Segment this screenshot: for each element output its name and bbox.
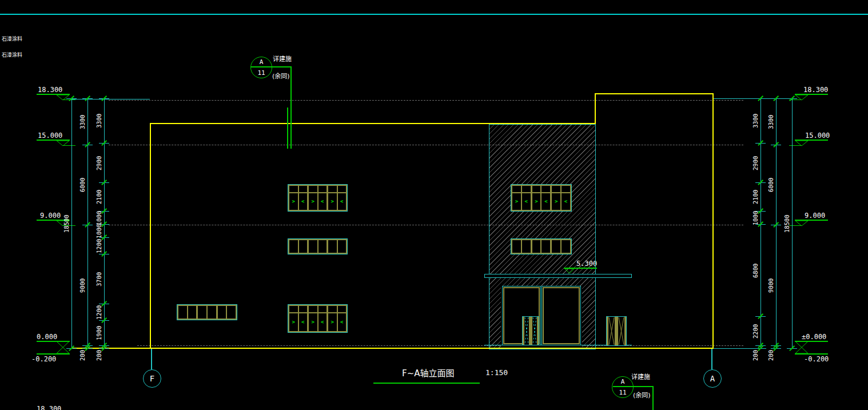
storefront-frame	[543, 287, 580, 344]
window-pane	[289, 186, 298, 192]
window-pane	[218, 306, 226, 319]
ground-line	[71, 348, 714, 349]
window-pane	[198, 306, 206, 319]
elevation-text: 9.000	[805, 212, 825, 220]
window-pane	[309, 240, 317, 253]
tower-right-wall	[712, 93, 714, 348]
window-pane: >	[328, 313, 337, 331]
window-pane	[562, 186, 570, 192]
elevation-text: ±0.000	[802, 333, 826, 341]
dimension-label: 3300	[767, 106, 775, 138]
window-pane	[552, 240, 560, 253]
window-pane: <	[299, 193, 308, 210]
tower-top-line	[595, 93, 714, 94]
building-left-wall	[150, 123, 151, 348]
window-fixed	[288, 238, 348, 254]
dimension-label: 1900	[95, 317, 103, 349]
window-pane: <	[562, 193, 570, 210]
window-pane	[541, 186, 550, 192]
window-pane-row	[289, 306, 346, 312]
callout-number: 11	[251, 69, 272, 77]
door-leaf	[616, 317, 626, 345]
elevation-text: 15.000	[38, 132, 62, 140]
window-pane: <	[318, 313, 327, 331]
window-pane	[318, 186, 327, 192]
axis-bubble-f: F	[143, 369, 161, 388]
elevation-text: -0.200	[804, 355, 829, 363]
floor-level-line	[109, 145, 743, 145]
callout-top-divider-leader	[251, 66, 292, 67]
dimension-label: 1000	[751, 202, 759, 234]
elevation-bowtie-icon	[795, 341, 809, 354]
dimension-line-right-total	[792, 98, 793, 348]
elevation-tip-line	[789, 225, 802, 226]
casement-open-right-icon: >	[312, 199, 314, 204]
elevation-line	[37, 353, 70, 355]
window-casement: ><><><	[288, 184, 348, 212]
dimension-label: 18500	[62, 208, 70, 240]
casement-open-right-icon: >	[331, 320, 334, 325]
callout-bottom-note-1: 详建施	[631, 372, 650, 381]
dimension-label: 1200	[95, 230, 103, 262]
window-pane	[532, 240, 541, 253]
window-pane	[328, 186, 337, 192]
entrance-double-door	[522, 316, 539, 345]
callout-bottom-vertical-leader	[652, 386, 654, 410]
dimension-label: 2900	[751, 147, 759, 179]
window-pane-row: ><><><	[289, 313, 346, 331]
title-underline	[373, 383, 480, 384]
elevation-tip-line	[63, 145, 75, 146]
casement-open-left-icon: <	[301, 199, 304, 204]
window-pane-row	[289, 186, 346, 192]
dimension-line-left-total	[71, 98, 72, 348]
window-pane	[562, 240, 570, 253]
window-pane: <	[318, 193, 327, 210]
window-pane: >	[552, 193, 560, 210]
casement-open-right-icon: >	[312, 320, 314, 325]
window-pane	[328, 306, 337, 312]
casement-open-right-icon: >	[331, 199, 334, 204]
window-pane	[188, 306, 197, 319]
callout-top-note-2: (余同)	[272, 71, 290, 80]
axis-letter-a: A	[710, 374, 715, 383]
callout-leader-vertical-1	[290, 67, 292, 149]
window-pane	[299, 306, 308, 312]
dimension-label: 9000	[78, 269, 86, 301]
dimension-label: 6800	[751, 254, 759, 286]
window-pane	[289, 240, 298, 253]
window-pane	[338, 186, 347, 192]
dimension-label: 200	[78, 347, 86, 364]
casement-open-right-icon: >	[292, 320, 295, 325]
window-pane	[318, 306, 327, 312]
casement-open-right-icon: >	[292, 199, 295, 204]
axis-leader-a	[711, 349, 712, 369]
storefront-panel	[541, 286, 581, 345]
window-pane: <	[338, 193, 347, 210]
window-pane	[338, 306, 347, 312]
drawing-scale: 1:150	[485, 368, 508, 377]
window-pane: >	[289, 193, 298, 210]
callout-top-note-1: 详建施	[273, 54, 292, 63]
material-label-2: 石漆涂料	[2, 51, 22, 58]
window-casement: ><><><	[288, 304, 348, 333]
casement-open-right-icon: >	[515, 199, 518, 204]
callout-bottom-note-2: (余同)	[633, 390, 651, 399]
window-pane	[299, 240, 308, 253]
axis-leader-f	[151, 349, 152, 369]
window-pane-row: ><><><	[512, 193, 570, 210]
window-pane	[309, 306, 317, 312]
cad-drawing-canvas[interactable]: 石漆涂料 石漆涂料 A 11 详建施 (余同) A 11 详建施 (余同) F …	[0, 0, 868, 410]
building-roof-line	[150, 123, 595, 124]
window-pane: >	[289, 313, 298, 331]
floor-level-line	[109, 100, 743, 101]
casement-open-left-icon: <	[564, 199, 567, 204]
door-leaf	[523, 317, 531, 345]
dimension-label: 6000	[78, 169, 86, 201]
window-fixed	[177, 304, 237, 320]
window-pane	[227, 306, 236, 319]
window-pane	[512, 186, 521, 192]
window-pane: <	[541, 193, 550, 210]
casement-open-left-icon: <	[340, 199, 343, 204]
dimension-label: 3300	[95, 105, 103, 137]
callout-leader-vertical-2	[287, 108, 288, 149]
